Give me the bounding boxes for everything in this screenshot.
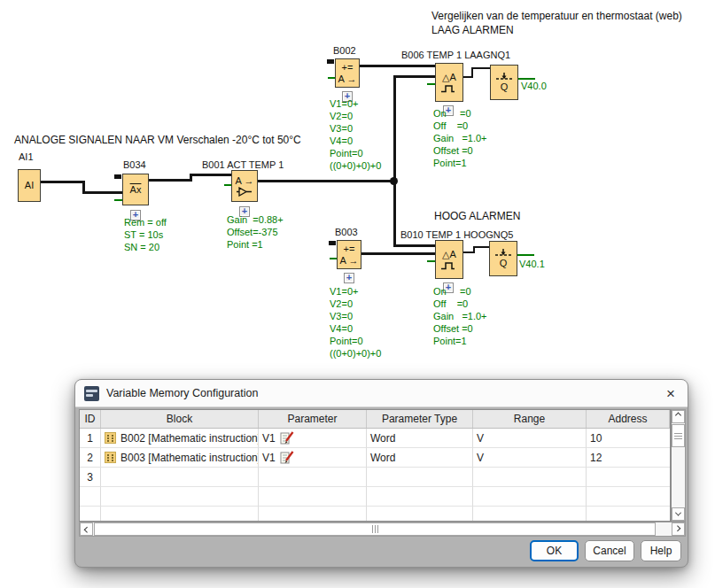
avg-block-text: Ax <box>130 184 142 196</box>
dialog-titlebar[interactable]: Variable Memory Configuration × <box>75 380 688 407</box>
table-row[interactable]: 1 B002 [Mathematic instruction] V1 <box>80 429 670 448</box>
label-b034: B034 <box>123 159 146 170</box>
wire-q1-output <box>518 78 535 80</box>
chevron-left-icon <box>84 527 90 533</box>
horizontal-scroll-thumb[interactable] <box>94 522 656 536</box>
wire-b003-open-input <box>330 258 337 259</box>
pulse-icon <box>440 83 458 93</box>
column-header-address: Address <box>587 410 670 428</box>
row-type-text: Word <box>367 448 473 468</box>
thumb-grip <box>674 433 682 439</box>
wire-to-b001 <box>190 174 232 176</box>
scroll-right-button[interactable] <box>672 522 685 536</box>
row-address-text: 12 <box>587 448 670 468</box>
label-v40-1: V40.1 <box>519 259 545 269</box>
scroll-left-button[interactable] <box>80 522 93 536</box>
wire-b001-open-input <box>224 184 231 186</box>
block-b003-mathematic-instruction[interactable]: += A → <box>337 240 361 269</box>
scroll-up-button[interactable] <box>672 410 685 423</box>
params-b006: On =0Off =0Gain =1.0+Offset =0Point=1 <box>433 107 487 169</box>
vertical-scroll-thumb[interactable] <box>672 424 685 447</box>
column-header-range: Range <box>473 410 587 428</box>
wire-b034-out <box>149 179 191 182</box>
params-b002: V1=0+V2=0V3=0V4=0Point=0((0+0)+0)+0 <box>330 97 381 172</box>
row-range-text: V <box>473 448 587 468</box>
row-block-cell: B003 [Mathematic instruction] <box>101 448 259 468</box>
block-ai1[interactable]: AI <box>18 169 41 202</box>
ai-block-text: AI <box>25 180 34 191</box>
row-parameter-text: V1 <box>262 452 276 464</box>
row-address-text: 10 <box>587 429 670 448</box>
edit-parameter-icon[interactable] <box>280 451 294 464</box>
wire-b010-open-input <box>427 260 435 262</box>
row-id: 3 <box>80 468 101 487</box>
block-q2-network-output[interactable]: Q <box>489 241 517 276</box>
comment-analoge-signalen: ANALOGE SIGNALEN NAAR VM Verschalen -20°… <box>14 134 301 146</box>
block-b002-mathematic-instruction[interactable]: += A → <box>335 58 360 88</box>
column-header-id: ID <box>80 410 101 428</box>
wire-to-b034 <box>82 191 123 194</box>
vertical-scrollbar[interactable] <box>671 409 686 522</box>
label-b002: B002 <box>333 45 356 56</box>
cancel-button[interactable]: Cancel <box>585 540 634 561</box>
table-row-empty[interactable] <box>80 507 670 522</box>
b034-input-stub <box>114 174 121 179</box>
block-q1-network-output[interactable]: Q <box>490 65 518 100</box>
amplifier-icon <box>236 187 253 197</box>
math-op-text: += <box>344 244 355 255</box>
ok-button[interactable]: OK <box>530 540 579 561</box>
row-type-text: Word <box>367 429 473 448</box>
variable-memory-configuration-dialog: Variable Memory Configuration × ID Block… <box>74 379 688 568</box>
block-b034-analog-filter[interactable]: Ax <box>122 174 149 205</box>
wire-ai1-out <box>41 181 83 183</box>
trigger-row-text: △A <box>442 72 456 83</box>
close-icon[interactable]: × <box>663 386 679 401</box>
q-block-text: Q <box>501 81 509 93</box>
wire-temp-bus <box>393 75 396 247</box>
column-header-block: Block <box>101 410 259 428</box>
row-block-cell: B002 [Mathematic instruction] <box>101 429 259 448</box>
wire-to-q1 <box>471 67 490 69</box>
table-row[interactable]: 2 B003 [Mathematic instruction] V1 <box>80 448 670 468</box>
horizontal-scrollbar[interactable] <box>79 522 686 537</box>
b002-input-stub <box>327 59 334 64</box>
b003-input-stub <box>329 241 336 245</box>
wire-b002-to-b006 <box>360 65 435 67</box>
row-parameter-text: V1 <box>262 432 276 445</box>
math-arrow-text: A → <box>340 255 359 267</box>
wire-b003-to-b010 <box>361 252 435 255</box>
wire-b002-open-input <box>328 77 335 79</box>
help-button[interactable]: Help <box>641 540 681 561</box>
chevron-up-icon <box>675 413 681 419</box>
amp-row-text: A → <box>236 175 254 187</box>
scroll-down-button[interactable] <box>672 507 685 521</box>
table-header-row: ID Block Parameter Parameter Type Range … <box>80 410 670 429</box>
wire-b001-out <box>258 180 396 182</box>
block-b006-threshold-trigger[interactable]: △A <box>435 63 463 102</box>
wire-to-b010-in1 <box>393 244 435 247</box>
math-op-text: += <box>342 62 354 74</box>
block-icon <box>105 432 116 444</box>
math-arrow-text: A → <box>338 74 357 85</box>
row-range-text: V <box>473 429 587 448</box>
column-header-parameter-type: Parameter Type <box>367 410 473 428</box>
table-row-empty[interactable] <box>80 487 670 507</box>
label-b006: B006 TEMP 1 LAAGNQ1 <box>401 50 510 60</box>
output-coil-icon <box>494 72 514 81</box>
chevron-down-icon <box>675 510 681 516</box>
block-b001-analog-amplifier[interactable]: A → <box>231 170 258 202</box>
row-block-text: B002 [Mathematic instruction] <box>120 432 259 445</box>
comment-laag-alarmen: LAAG ALARMEN <box>431 24 514 36</box>
block-b010-threshold-trigger[interactable]: △A <box>435 240 463 279</box>
table-row[interactable]: 3 <box>80 468 670 487</box>
comment-right-line1: Vergelijken van de temperatuur en thermo… <box>431 10 682 22</box>
label-ai1: AI1 <box>19 151 34 162</box>
output-coil-icon <box>494 248 513 258</box>
edit-parameter-icon[interactable] <box>280 431 294 445</box>
expand-button-b003[interactable]: + <box>344 273 354 283</box>
wire-b006-open-input <box>427 83 435 85</box>
row-parameter-cell: V1 <box>259 448 367 468</box>
label-b010: B010 TEMP 1 HOOGNQ5 <box>400 229 513 240</box>
params-b010: On =0Off =0Gain =1.0+Offset =0Point=1 <box>433 285 487 347</box>
row-block-text: B003 [Mathematic instruction] <box>120 452 259 464</box>
